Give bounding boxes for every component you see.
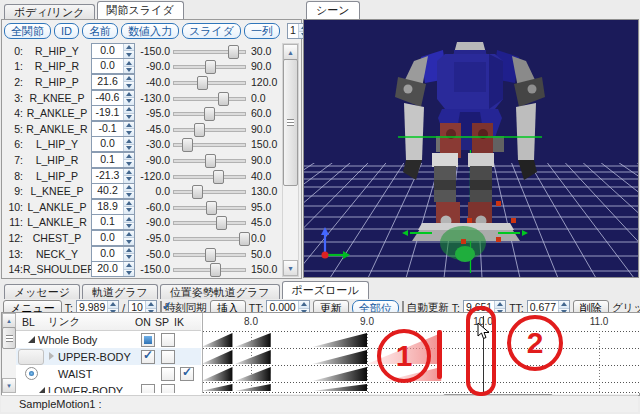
spin-value[interactable]: -40.6 bbox=[92, 91, 123, 105]
joint-value-spinbox[interactable]: 0.0 bbox=[91, 246, 135, 262]
slider-thumb[interactable] bbox=[228, 45, 239, 59]
slider-thumb[interactable] bbox=[216, 216, 227, 230]
spin-value[interactable]: 0.0 bbox=[92, 44, 123, 58]
slider-thumb[interactable] bbox=[239, 232, 250, 246]
spin-value[interactable]: 21.6 bbox=[92, 75, 123, 89]
spin-value[interactable]: 0.1 bbox=[92, 215, 123, 229]
sp-checkbox[interactable] bbox=[161, 350, 175, 364]
joint-slider[interactable] bbox=[171, 122, 248, 136]
slider-thumb[interactable] bbox=[197, 76, 208, 90]
joint-value-spinbox[interactable]: 0.1 bbox=[91, 152, 135, 168]
spin-down-icon[interactable] bbox=[124, 97, 134, 105]
joint-slider[interactable] bbox=[171, 169, 248, 183]
joint-toolbar-button[interactable]: スライダ bbox=[182, 23, 241, 39]
joint-slider[interactable] bbox=[171, 247, 248, 261]
tree-row-label[interactable]: WAIST bbox=[58, 368, 92, 380]
joint-value-spinbox[interactable]: 20.0 bbox=[91, 261, 135, 277]
pose-marker[interactable] bbox=[312, 350, 367, 364]
joint-value-spinbox[interactable]: -40.6 bbox=[91, 90, 135, 106]
joint-value-spinbox[interactable]: 21.6 bbox=[91, 74, 135, 90]
spin-down-icon[interactable] bbox=[124, 159, 134, 167]
spin-down-icon[interactable] bbox=[124, 175, 134, 183]
joint-value-spinbox[interactable]: 0.1 bbox=[91, 214, 135, 230]
tree-column-header[interactable]: ON bbox=[135, 316, 151, 328]
pose-marker[interactable] bbox=[203, 333, 232, 347]
joint-value-spinbox[interactable]: 40.2 bbox=[91, 183, 135, 199]
pose-marker[interactable] bbox=[235, 333, 271, 347]
joint-slider[interactable] bbox=[171, 137, 248, 151]
scroll-up-icon[interactable]: ▲ bbox=[2, 313, 16, 328]
slider-thumb[interactable] bbox=[205, 154, 216, 168]
expander-open-icon[interactable] bbox=[28, 336, 35, 343]
joint-slider[interactable] bbox=[171, 59, 248, 73]
slider-thumb[interactable] bbox=[194, 123, 205, 137]
joint-value-spinbox[interactable]: 18.9 bbox=[91, 199, 135, 215]
joint-toolbar-button[interactable]: 一列 bbox=[244, 23, 280, 39]
joint-value-spinbox[interactable]: 0.0 bbox=[91, 58, 135, 74]
pose-marker[interactable] bbox=[312, 367, 367, 381]
ik-checkbox[interactable] bbox=[180, 367, 194, 381]
tab-joint-slider[interactable]: 関節スライダ bbox=[97, 1, 184, 19]
joint-toolbar-button[interactable]: 数値入力 bbox=[121, 23, 179, 39]
slider-thumb[interactable] bbox=[206, 201, 217, 215]
joint-slider[interactable] bbox=[171, 106, 248, 120]
pose-marker[interactable] bbox=[312, 333, 367, 347]
joint-slider[interactable] bbox=[171, 262, 248, 276]
scroll-down-icon[interactable]: ▼ bbox=[283, 260, 298, 276]
joint-slider[interactable] bbox=[171, 231, 248, 245]
on-checkbox[interactable] bbox=[141, 333, 155, 347]
slider-thumb[interactable] bbox=[205, 60, 216, 74]
tree-row-label[interactable]: Whole Body bbox=[38, 334, 97, 346]
pose-marker[interactable] bbox=[203, 367, 232, 381]
spin-down-icon[interactable] bbox=[124, 113, 134, 121]
spin-down-icon[interactable] bbox=[124, 144, 134, 152]
pose-marker[interactable] bbox=[235, 367, 271, 381]
spin-value[interactable]: 1 bbox=[288, 24, 298, 38]
joint-value-spinbox[interactable]: -0.1 bbox=[91, 121, 135, 137]
joint-toolbar-button[interactable]: ID bbox=[54, 23, 79, 39]
spin-value[interactable]: 0.0 bbox=[92, 59, 123, 73]
joint-value-spinbox[interactable]: -21.3 bbox=[91, 168, 135, 184]
joint-slider[interactable] bbox=[171, 215, 248, 229]
tree-row-waist[interactable]: WAIST bbox=[16, 365, 201, 382]
on-checkbox[interactable] bbox=[141, 384, 155, 393]
spin-down-icon[interactable] bbox=[124, 81, 134, 89]
spin-value[interactable]: 0.1 bbox=[92, 153, 123, 167]
spin-down-icon[interactable] bbox=[124, 191, 134, 199]
pose-marker[interactable] bbox=[235, 384, 271, 391]
slider-thumb[interactable] bbox=[218, 92, 229, 106]
joint-value-spinbox[interactable]: -19.1 bbox=[91, 105, 135, 121]
pose-marker[interactable] bbox=[235, 350, 271, 364]
spin-value[interactable]: -19.1 bbox=[92, 106, 123, 120]
bl-cell-box[interactable] bbox=[18, 349, 44, 365]
scrollbar-thumb[interactable] bbox=[283, 59, 298, 186]
joint-toolbar-button[interactable]: 全関節 bbox=[4, 23, 51, 39]
sp-checkbox[interactable] bbox=[161, 367, 175, 381]
pose-marker-selected[interactable] bbox=[384, 367, 441, 381]
tab-bottom-3[interactable]: ポーズロール bbox=[282, 281, 369, 299]
spin-down-icon[interactable] bbox=[124, 206, 134, 214]
pose-marker[interactable] bbox=[312, 384, 367, 391]
slider-thumb[interactable] bbox=[182, 138, 193, 152]
slider-thumb[interactable] bbox=[205, 248, 216, 262]
tree-column-header[interactable]: IK bbox=[174, 316, 184, 328]
joint-slider[interactable] bbox=[171, 184, 248, 198]
tab-bottom-0[interactable]: メッセージ bbox=[4, 284, 80, 299]
sp-checkbox[interactable] bbox=[161, 333, 175, 347]
spin-value[interactable]: 0.0 bbox=[92, 247, 123, 261]
joint-slider[interactable] bbox=[171, 75, 248, 89]
slider-thumb[interactable] bbox=[204, 107, 215, 121]
slider-thumb[interactable] bbox=[213, 170, 224, 184]
expander-open-icon[interactable] bbox=[38, 387, 45, 393]
spin-value[interactable]: 18.9 bbox=[92, 200, 123, 214]
pose-marker[interactable] bbox=[203, 350, 232, 364]
pose-marker[interactable] bbox=[203, 384, 232, 391]
timeline[interactable]: 8.09.010.011.0 bbox=[202, 313, 640, 393]
joint-slider[interactable] bbox=[171, 91, 248, 105]
joint-slider[interactable] bbox=[171, 153, 248, 167]
scene-viewport[interactable] bbox=[303, 19, 639, 278]
tab-body-link[interactable]: ボディ/リンク bbox=[4, 4, 95, 19]
spin-value[interactable]: -21.3 bbox=[92, 169, 123, 183]
spin-value[interactable]: 40.2 bbox=[92, 184, 123, 198]
joint-value-spinbox[interactable]: 0.0 bbox=[91, 136, 135, 152]
